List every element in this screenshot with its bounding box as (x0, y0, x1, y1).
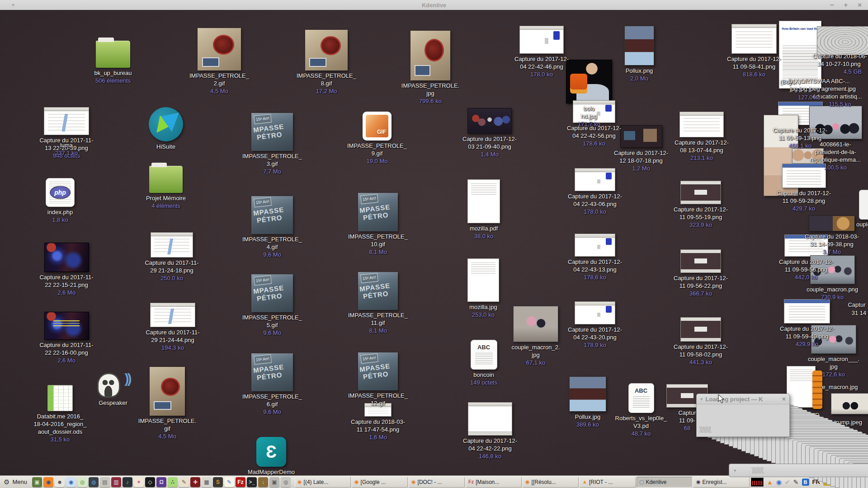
desktop-icon-capture-2017-12-03-21-09-40[interactable]: Capture du 2017-12-03 21-09-40.png1,4 Mo (456, 108, 524, 158)
bolo-hd-jpg-label: bolo (555, 105, 623, 113)
desktop-icon-impasse-petrole-12-gif[interactable]: IMPASSE_PETROLE_12.gif (344, 352, 412, 407)
launcher-red-tool-icon[interactable]: ✚ (190, 477, 200, 487)
desktop-area[interactable]: ▾ Loading project — K × ▾ bk_up_bureau50… (0, 10, 868, 476)
taskbar-window-riot[interactable]: ▲[RIOT - ... (580, 477, 636, 488)
launcher-firefox-icon[interactable]: ◉ (43, 477, 53, 487)
desktop-icon-mozilla-pdf[interactable]: mozilla.pdf38,0 ko (450, 179, 518, 240)
launcher-show-desktop-icon[interactable]: ▣ (32, 477, 42, 487)
window-title: Kdenlive (0, 2, 868, 9)
launcher-audio-headset-icon[interactable]: Ω (156, 477, 166, 487)
firefox-icon: ◉ (411, 479, 416, 484)
vlc-tray-icon[interactable]: ▲ (767, 479, 773, 485)
launcher-filezilla-icon[interactable]: Fz (236, 477, 245, 487)
desktop-icon-impasse-petrole-6-gif[interactable]: IMPASSE_PETROLE_6.gif9,6 Mo (238, 353, 306, 416)
taskbar-window-4late[interactable]: ◉[(4) Late... (295, 477, 351, 488)
collapsed-dialog-bar[interactable]: ▾ (729, 464, 868, 477)
launcher-molecule-icon[interactable]: ∴ (168, 477, 178, 487)
system-monitor-graph-icon[interactable] (751, 478, 764, 487)
desktop-icon-impasse-petrole-9-gif[interactable]: IMPASSE_PETROLE_9.gif19,0 Mo (343, 112, 411, 165)
desktop-icon-impasse-petrole-11-gif[interactable]: IMPASSE_PETROLE_11.gif8,1 Mo (344, 272, 412, 334)
launcher-sublime-text-icon[interactable]: S (213, 477, 223, 487)
desktop-icon-capture-2018-03-31-14-39-38[interactable]: Capture du 2018-03-31 14-39-38.png3,7 Mo (798, 216, 866, 256)
launcher-package-icon[interactable]: ↓ (258, 477, 268, 487)
desktop-icon-bk-up-bureau[interactable]: bk_up_bureau506 éléments (79, 41, 147, 84)
taskbar-window-kdenlive[interactable]: ▢Kdenlive (637, 477, 693, 488)
capture-2017-11-13-22-20-39-thumbnail (44, 107, 89, 135)
desktop-icon-capture-2017-12-04-22-43-06[interactable]: Capture du 2017-12-04 22-43-06.png178,0 … (561, 168, 629, 216)
dialog-titlebar[interactable]: ▾ Loading project — K × (697, 394, 789, 404)
desktop-icon-hisuite[interactable]: HiSuite (132, 107, 200, 150)
taskbar-window-doc[interactable]: ◉[DOC! - ... (409, 477, 465, 488)
launcher-notes-icon[interactable]: ✎ (224, 477, 234, 487)
desktop-icon-capture-2017-12-08-13-07-44[interactable]: Capture du 2017-12-08 13-07-44.png213,1 … (668, 112, 736, 162)
launcher-archive-icon[interactable]: ▣ (269, 477, 279, 487)
capture-2017-11-22-22-15-21-label: Capture du 2017-11- (33, 273, 100, 281)
desktop-icon-impasse-petrole-5-gif[interactable]: IMPASSE_PETROLE_5.gif9,6 Mo (238, 274, 306, 337)
desktop-icon-index-php[interactable]: index.php1,8 ko (26, 178, 94, 224)
desktop-icon-mozilla-jpg[interactable]: mozilla.jpg253,0 ko (449, 258, 517, 319)
launcher-music-icon[interactable]: ♪ (123, 477, 132, 487)
desktop-icon-capture-2017-12-04-22-43-20[interactable]: Capture du 2017-12-04 22-43-20.png178,9 … (561, 301, 629, 349)
desktop-icon-capture-2017-12-04-22-43-13[interactable]: Capture du 2017-12-04 22-43-13.png178,6 … (561, 234, 629, 281)
launcher-spiral-icon[interactable]: ◎ (77, 477, 87, 487)
desktop-icon-impasse-petrole-jpg[interactable]: IMPASSE_PETROLE.jpg799,6 ko (396, 31, 464, 105)
menu-button[interactable]: ⚙ Menu (2, 477, 31, 487)
projet-memoire-thumbnail (149, 166, 183, 193)
launcher-gespeaker-icon[interactable]: ☻ (55, 477, 65, 487)
capture-2018-03-31-14-39-38-label: Capture du 2018-03- (798, 233, 866, 240)
maximize-button[interactable]: + (844, 0, 848, 10)
desktop-icon-macron-trump-jpeg[interactable] (816, 393, 868, 416)
shield-icon[interactable]: ◉ (776, 479, 782, 485)
window-button-label: [DOC! - ... (418, 479, 442, 485)
desktop-icon-luma[interactable]: luma237,1 ko (33, 141, 100, 157)
desktop-icon-capture-2017-12-11-09-56-22[interactable]: Capture du 2017-12-11 09-56-22.png366,7 … (667, 249, 735, 297)
desktop-icon-impasse-petrole-8-gif[interactable]: IMPASSE_PETROLE_8.gif17,2 Mo (292, 30, 360, 95)
loading-project-dialog[interactable]: ▾ Loading project — K × (696, 394, 790, 437)
dialog-close-button[interactable]: × (782, 395, 786, 403)
launcher-globe2-icon[interactable]: ◍ (281, 477, 291, 487)
minimize-button[interactable]: − (830, 0, 834, 10)
taskbar-window-maison[interactable]: Fz[Maison... (466, 477, 522, 488)
desktop-icon-impasse-petrole-10-gif[interactable]: IMPASSE_PETROLE_10.gif8,1 Mo (344, 193, 412, 256)
desktop-icon-capture-2017-12-11-09-55-19[interactable]: Capture du 2017-12-11 09-55-19.png323,9 … (667, 181, 735, 229)
shade-icon[interactable]: ▾ (12, 2, 14, 8)
desktop-icon-madmapper-demo[interactable]: MadMapperDemo (237, 437, 305, 476)
window-titlebar: ▾ Kdenlive − + × (0, 0, 868, 10)
bluetooth-icon[interactable]: B (802, 479, 809, 486)
launcher-drive-icon[interactable]: ▤ (100, 477, 110, 487)
impasse-petrole-3-gif-label: IMPASSE_PETROLE_ (238, 152, 306, 160)
tablet-pen-icon[interactable]: ✎ (793, 479, 799, 485)
launcher-colors-icon[interactable]: ✶ (134, 477, 144, 487)
launcher-unity-icon[interactable]: ◇ (145, 477, 155, 487)
desktop-icon-capture-2017-12-04-22-42-22[interactable]: Capture du 2017-12-04 22-42-22.png146,8 … (456, 402, 524, 460)
launcher-terminal-icon[interactable]: >_ (247, 477, 257, 487)
desktop-icon-capture-2017-12-04-22-42-46[interactable]: Capture du 2017-12-04 22-42-46.png178,0 … (508, 26, 576, 78)
desktop-icon-impasse-petrole-3-gif[interactable]: IMPASSE_PETROLE_3.gif7,7 Mo (238, 113, 306, 175)
arena-image-thumbnail (817, 26, 868, 55)
collapsed-dialog-shade-icon[interactable]: ▾ (734, 468, 736, 474)
launcher-eye-icon[interactable]: ◉ (66, 477, 76, 487)
desktop-icon-arena-image[interactable] (809, 26, 868, 56)
launcher-web-globe-icon[interactable]: ◍ (89, 477, 99, 487)
dialog-shade-icon[interactable]: ▾ (700, 396, 703, 402)
desktop-icon-pollux-png[interactable]: Pollux.png2,0 Mo (605, 26, 673, 82)
desktop-icon-capture-2017-11-22-22-16-00[interactable]: Capture du 2017-11-22 22-16-00.png2,6 Mo (33, 312, 100, 364)
launcher-stylus-icon[interactable]: ✎ (179, 477, 189, 487)
impasse-petrole-8-gif-label: 8.gif (292, 80, 360, 87)
desktop-icon-capture-2018-03-11-17-47-54[interactable]: Capture du 2018-03-11 17-47-54.png1,6 Mo (344, 403, 412, 441)
desktop-icon-impasse-petrole-2-gif[interactable]: IMPASSE_PETROLE_2.gif4,5 Mo (185, 28, 253, 95)
desktop-icon-impasse-petrole-4-gif[interactable]: IMPASSE_PETROLE_4.gif9,6 Mo (238, 196, 306, 258)
desktop-icon-capture-2017-11-22-22-15-21[interactable]: Capture du 2017-11-22 22-15-21.png2,6 Mo (33, 243, 100, 296)
desktop-icon-capture-2017-12-11-09-59-40[interactable]: Capture du 2017-12-11 09-59-40.png429,9 … (773, 299, 841, 348)
taskbar-window-rsolu[interactable]: ◉[[Résolu... (523, 477, 579, 488)
desktop-icon-capture-2017-12-11-09-58-02[interactable]: Capture du 2017-12-11 09-58-02.png441,3 … (667, 317, 735, 366)
close-button[interactable]: × (858, 0, 862, 10)
update-check-icon[interactable]: ✔ (785, 479, 790, 485)
desktop-icon-projet-memoire[interactable]: Projet Mémoire4 éléments (132, 166, 200, 210)
taskbar-window-google[interactable]: ◉[Google ... (352, 477, 408, 488)
desktop-icon-capture-2017-11-29-21-24-44[interactable]: Capture du 2017-11-29 21-24-44.png194,3 … (139, 303, 207, 352)
taskbar-window-enregist[interactable]: ◉Enregist... (693, 477, 750, 488)
desktop-icon-capture-2017-11-29-21-24-18[interactable]: Capture du 2017-11-29 21-24-18.png250,0 … (138, 232, 206, 282)
launcher-film-icon[interactable]: ▥ (111, 477, 121, 487)
launcher-calculator-icon[interactable]: ▦ (202, 477, 212, 487)
